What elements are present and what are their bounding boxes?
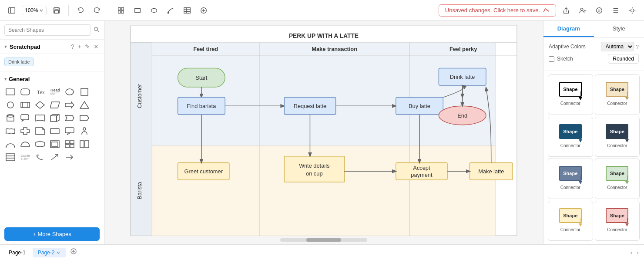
shape-semicircle[interactable] (18, 138, 32, 150)
chat-btn[interactable] (593, 5, 606, 16)
svg-point-29 (631, 9, 634, 12)
ellipse-tool[interactable] (148, 5, 161, 16)
shape-ellipse[interactable] (63, 86, 77, 98)
shape-parallelogram[interactable] (48, 99, 62, 111)
shape-curve-left[interactable] (33, 151, 47, 163)
style-tile-3[interactable]: Shape Connector (595, 117, 640, 157)
style-tile-5[interactable]: Shape Connector (595, 159, 640, 199)
shape-step[interactable] (63, 112, 77, 124)
table-tool[interactable] (181, 5, 194, 16)
search-btn[interactable] (94, 27, 100, 34)
theme-btn[interactable] (626, 5, 639, 16)
more-shapes-btn[interactable]: + More Shapes (4, 227, 100, 241)
tab-style[interactable]: Style (594, 21, 644, 37)
shape-cross[interactable] (18, 125, 32, 137)
add-tool[interactable] (197, 5, 210, 16)
svg-point-23 (597, 7, 602, 13)
svg-marker-51 (80, 101, 89, 108)
shape-arrow-right2[interactable] (63, 151, 77, 163)
svg-rect-66 (65, 141, 69, 144)
svg-text:Customer: Customer (136, 84, 143, 108)
shape-rect2[interactable] (48, 125, 62, 137)
shape-diagonal-arrow[interactable] (48, 151, 62, 163)
undo-btn[interactable] (74, 5, 87, 16)
save-btn[interactable] (50, 5, 63, 16)
shape-triangle[interactable] (77, 99, 91, 111)
horizontal-scrollbar[interactable] (280, 238, 367, 242)
canvas-area[interactable]: PERK UP WITH A LATTE Customer Barista Fe… (104, 21, 543, 244)
svg-point-11 (168, 12, 169, 14)
adaptive-colors-help[interactable]: ? (636, 44, 639, 50)
svg-marker-50 (65, 102, 74, 108)
unsaved-changes-btn[interactable]: Unsaved changes. Click here to save. (439, 4, 556, 17)
shape-wave[interactable] (3, 125, 17, 137)
page-next-btn[interactable]: › (635, 248, 641, 257)
style-tile-2[interactable]: Shape Connector (548, 117, 593, 157)
scratchpad-add-btn[interactable]: + (77, 42, 82, 51)
shape-doc[interactable] (33, 112, 47, 124)
select-tool[interactable] (114, 5, 127, 16)
tile-connector-1 (625, 91, 629, 100)
shape-circle[interactable] (3, 99, 17, 111)
shape-diamond[interactable] (33, 99, 47, 111)
shape-square[interactable] (77, 86, 91, 98)
shape-rectangle[interactable] (3, 86, 17, 98)
shape-callout[interactable] (18, 112, 32, 124)
svg-point-63 (83, 128, 86, 130)
user-add-btn[interactable] (576, 5, 589, 16)
add-page-btn[interactable] (67, 247, 80, 258)
style-tile-7[interactable]: Shape Connector (595, 201, 640, 241)
rectangle-tool[interactable] (131, 5, 144, 16)
shape-note[interactable] (33, 125, 47, 137)
shape-right-arrow[interactable] (63, 99, 77, 111)
general-section-header[interactable]: ▾ General (0, 74, 104, 84)
search-input[interactable] (4, 24, 91, 36)
page-tab-1[interactable]: Page-1 (3, 248, 31, 257)
shape-arc[interactable] (3, 138, 17, 150)
zoom-control[interactable]: 100% (22, 6, 47, 15)
tab-diagram[interactable]: Diagram (543, 21, 594, 37)
scratchpad-content: Drink latte (0, 54, 104, 71)
svg-rect-55 (50, 116, 57, 122)
style-tile-4[interactable]: Shape Connector (548, 159, 593, 199)
shape-callout2[interactable] (63, 125, 77, 137)
svg-point-42 (66, 89, 74, 95)
shape-table[interactable] (3, 151, 17, 163)
shape-tape[interactable] (33, 138, 47, 150)
page-prev-btn[interactable]: ‹ (629, 248, 634, 257)
shape-freeform[interactable] (77, 138, 91, 150)
scratchpad-edit-btn[interactable]: ✎ (84, 42, 91, 51)
scrollbar-thumb[interactable] (306, 238, 341, 242)
svg-rect-72 (6, 154, 15, 161)
shape-chevron[interactable] (77, 112, 91, 124)
sketch-checkbox[interactable] (549, 56, 554, 62)
share-btn[interactable] (560, 5, 573, 16)
redo-btn[interactable] (91, 5, 104, 16)
scratchpad-chip[interactable]: Drink latte (4, 57, 34, 66)
shape-person[interactable] (77, 125, 91, 137)
adaptive-colors-label: Adaptive Colors (549, 44, 601, 50)
scratchpad-help-btn[interactable]: ? (70, 42, 75, 51)
page-tab-2[interactable]: Page-2 (33, 248, 66, 257)
shape-box3d[interactable] (48, 112, 62, 124)
style-tile-0[interactable]: Shape Connector (548, 74, 593, 115)
shape-list[interactable]: List Item● item (18, 151, 32, 163)
shape-tile[interactable] (63, 138, 77, 150)
svg-text:text: text (50, 92, 55, 95)
rounded-btn[interactable]: Rounded (608, 54, 639, 64)
style-tile-1[interactable]: Shape Connector (595, 74, 640, 115)
shape-frame[interactable] (48, 138, 62, 150)
toggle-panel-btn[interactable] (5, 5, 18, 16)
shape-heading[interactable]: Headingtext (48, 86, 62, 98)
settings-btn[interactable] (609, 5, 622, 16)
svg-text:Barista: Barista (136, 182, 143, 199)
shape-rounded-rect[interactable] (18, 86, 32, 98)
svg-rect-65 (52, 142, 58, 146)
shape-text[interactable]: Text (33, 86, 47, 98)
scratchpad-close-btn[interactable]: ✕ (93, 42, 100, 51)
adaptive-colors-select[interactable]: Automa (601, 42, 634, 51)
style-tile-6[interactable]: Shape Connector (548, 201, 593, 241)
shape-cylinder[interactable] (3, 112, 17, 124)
shape-process[interactable] (18, 99, 32, 111)
connector-tool[interactable] (164, 5, 177, 16)
